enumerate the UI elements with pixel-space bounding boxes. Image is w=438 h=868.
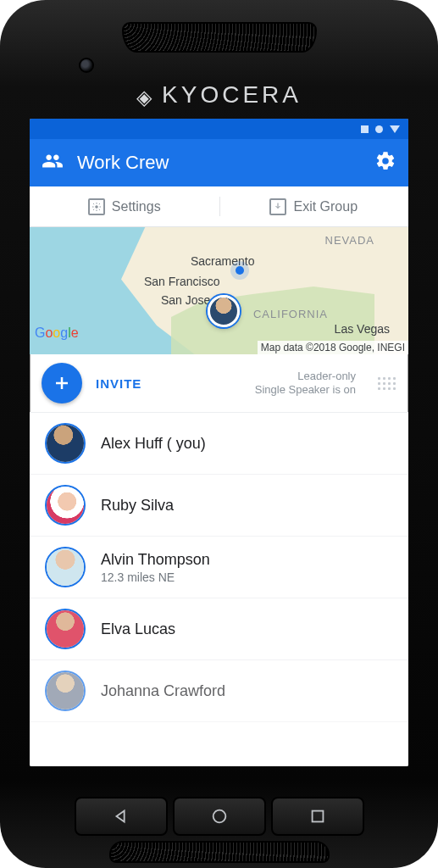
device-brand-text: KYOCERA xyxy=(162,81,302,108)
member-name: Ruby Silva xyxy=(101,497,174,515)
list-item[interactable]: Alex Huff ( you) xyxy=(30,413,408,475)
phone-bottom-bezel xyxy=(0,766,438,868)
avatar xyxy=(47,610,84,648)
status-leader-only: Leader-only xyxy=(255,370,356,383)
member-list[interactable]: Alex Huff ( you) Ruby Silva Alvin Thomps… xyxy=(30,413,408,766)
map-view[interactable]: NEVADA CALIFORNIA Sacramento San Francis… xyxy=(30,227,408,354)
hardware-buttons xyxy=(75,797,364,836)
home-circle-icon xyxy=(210,807,229,826)
list-item[interactable]: Alvin Thompson 12.3 miles NE xyxy=(30,537,408,598)
map-city-sj: San Jose xyxy=(161,293,210,307)
status-bar xyxy=(30,119,408,139)
svg-rect-2 xyxy=(312,811,323,822)
front-camera xyxy=(80,59,92,71)
invite-row: INVITE Leader-only Single Speaker is on xyxy=(30,354,408,413)
hw-home-button[interactable] xyxy=(173,797,266,836)
settings-button[interactable]: Settings xyxy=(30,186,219,226)
screen: Work Crew Settings Exit Group xyxy=(30,119,408,766)
list-item[interactable]: Johanna Crawford xyxy=(30,660,408,722)
google-logo: Google xyxy=(35,326,79,341)
exit-group-label: Exit Group xyxy=(293,199,358,214)
invite-button[interactable] xyxy=(42,363,82,403)
exit-group-button[interactable]: Exit Group xyxy=(219,186,409,226)
member-name: Elva Lucas xyxy=(101,620,175,638)
app-bar: Work Crew xyxy=(30,139,408,186)
map-location-dot xyxy=(236,266,244,275)
drag-handle-icon[interactable] xyxy=(378,377,396,390)
earpiece-speaker xyxy=(122,22,317,53)
group-icon xyxy=(42,150,64,175)
map-credit: Map data ©2018 Google, INEGI xyxy=(258,341,408,354)
settings-box-icon xyxy=(88,198,105,215)
plus-icon xyxy=(52,373,72,393)
list-item[interactable]: Elva Lucas xyxy=(30,598,408,660)
member-name: Johanna Crawford xyxy=(101,682,225,700)
svg-point-1 xyxy=(213,810,225,823)
recents-square-icon xyxy=(308,807,327,826)
map-city-sacramento: Sacramento xyxy=(191,254,254,268)
bottom-speaker xyxy=(109,841,330,863)
avatar xyxy=(47,487,84,524)
status-triangle-icon xyxy=(390,125,400,133)
phone-frame: ◈KYOCERA Work Crew Settings xyxy=(0,0,438,868)
exit-download-icon xyxy=(269,198,286,215)
status-single-speaker: Single Speaker is on xyxy=(255,383,356,397)
kyocera-logo-icon: ◈ xyxy=(136,86,155,109)
back-triangle-icon xyxy=(112,807,130,826)
map-state-california: CALIFORNIA xyxy=(253,308,328,320)
member-name: Alvin Thompson xyxy=(101,551,210,569)
avatar xyxy=(47,548,84,586)
page-title: Work Crew xyxy=(77,152,361,174)
phone-top-bezel: ◈KYOCERA xyxy=(0,0,438,119)
settings-gear-button[interactable] xyxy=(374,150,396,175)
hw-recents-button[interactable] xyxy=(271,797,364,836)
map-state-nevada: NEVADA xyxy=(325,234,375,247)
svg-point-0 xyxy=(95,205,97,208)
map-avatar-pin[interactable] xyxy=(208,295,240,327)
status-circle-icon xyxy=(375,125,383,133)
invite-label[interactable]: INVITE xyxy=(96,376,241,391)
device-brand: ◈KYOCERA xyxy=(0,81,438,109)
map-city-sf: San Francisco xyxy=(144,275,219,288)
member-distance: 12.3 miles NE xyxy=(101,570,210,584)
map-city-lv: Las Vegas xyxy=(335,322,390,336)
toolbar: Settings Exit Group xyxy=(30,186,408,227)
hw-back-button[interactable] xyxy=(75,797,168,836)
avatar xyxy=(47,425,84,462)
speaker-status: Leader-only Single Speaker is on xyxy=(255,370,356,398)
settings-label: Settings xyxy=(112,199,161,214)
status-square-icon xyxy=(361,125,369,133)
list-item[interactable]: Ruby Silva xyxy=(30,475,408,537)
avatar xyxy=(47,672,84,709)
member-name: Alex Huff ( you) xyxy=(101,435,206,453)
